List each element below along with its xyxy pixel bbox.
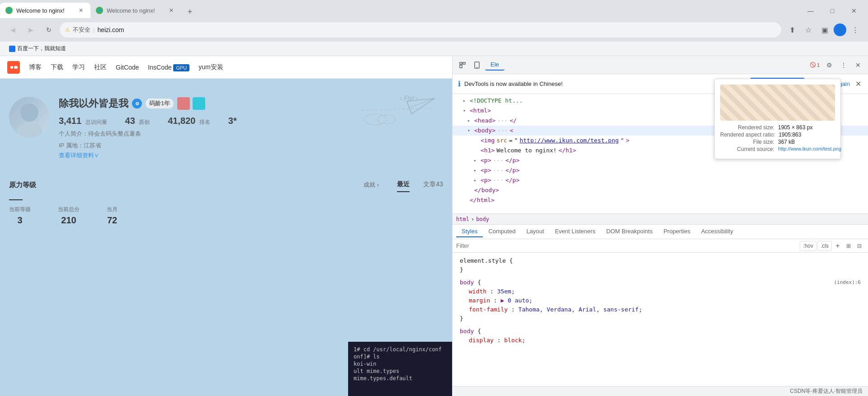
sub-stats: 当前等级 3 当前总分 210 当月 72 — [9, 206, 443, 226]
filter-actions: :hov .cls + ⊞ ⊟ — [800, 241, 864, 251]
gpu-badge: GPU — [173, 64, 189, 71]
tab-recent[interactable]: 最近 — [397, 178, 410, 192]
tab-1-favicon: 🌐 — [5, 7, 13, 14]
tooltip-image — [720, 85, 835, 121]
tab-2-title: Welcome to nginx! — [107, 7, 164, 14]
devtools-device-btn[interactable] — [471, 59, 483, 71]
url-bar[interactable]: ⚠ 不安全 | heizi.com — [60, 22, 781, 38]
stat-extra: 3* — [228, 116, 237, 126]
devtools-close-btn[interactable]: ✕ — [852, 59, 864, 71]
sidebar-icon[interactable]: ▣ — [817, 23, 832, 37]
grid-view-btn[interactable]: ⊞ — [844, 241, 854, 251]
view-more[interactable]: 查看详细资料∨ — [59, 151, 443, 160]
nav-yum[interactable]: yum安装 — [198, 63, 223, 71]
tab-accessibility[interactable]: Accessibility — [696, 226, 739, 237]
filter-input[interactable] — [456, 242, 798, 249]
hov-button[interactable]: :hov — [800, 241, 816, 251]
rendered-size-value: 1905 × 863 px — [778, 124, 812, 131]
devtools-tab-elements[interactable]: Ele — [485, 59, 505, 71]
devtools-inspect-btn[interactable] — [456, 59, 469, 71]
bookmark-icon[interactable]: ☆ — [801, 23, 816, 37]
nav-community[interactable]: 社区 — [94, 63, 107, 71]
svg-rect-11 — [460, 62, 462, 64]
reload-button[interactable]: ↻ — [42, 23, 56, 37]
bookmark-baidu[interactable]: 百度一下，我就知道 — [5, 43, 70, 54]
img-src-link[interactable]: http://www.ikun.com/test.png — [519, 136, 618, 145]
notification-close-btn[interactable]: ✕ — [854, 80, 863, 89]
filter-bar: :hov .cls + ⊞ ⊟ — [453, 239, 868, 253]
breadcrumb-body[interactable]: body — [476, 216, 489, 222]
add-rule-button[interactable]: + — [833, 241, 843, 251]
close-button[interactable]: ✕ — [844, 4, 864, 18]
tab-layout[interactable]: Layout — [521, 226, 549, 237]
svg-point-0 — [10, 66, 13, 69]
terminal-line-3: koi-win — [354, 361, 447, 367]
tab-articles[interactable]: 文章43 — [423, 178, 443, 192]
tab-2-close[interactable]: ✕ — [167, 6, 175, 14]
tab-2[interactable]: 🌐 Welcome to nginx! ✕ — [90, 3, 181, 18]
nav-learn[interactable]: 学习 — [72, 63, 85, 71]
nav-download[interactable]: 下载 — [51, 63, 63, 71]
nav-inscode[interactable]: InsCode GPU — [148, 64, 189, 71]
devtools-settings-btn[interactable]: ⚙ — [823, 59, 835, 71]
minimize-button[interactable]: — — [800, 4, 821, 18]
close-icon: ✕ — [851, 7, 857, 14]
browser-frame: 🌐 Welcome to nginx! ✕ 🌐 Welcome to nginx… — [0, 0, 868, 396]
devtools-styles-panel: Styles Computed Layout Event Listeners D… — [453, 224, 868, 396]
nav-blog[interactable]: 博客 — [29, 63, 42, 71]
section-row: 原力等级 成就 › 最近 文章43 — [9, 178, 443, 192]
cast-icon[interactable]: ⬆ — [785, 23, 799, 37]
level-title: 原力等级 — [9, 181, 36, 189]
profile-icon[interactable]: 👤 — [834, 24, 846, 36]
devtools-close-area: 🚫 1 ⚙ ⋮ ✕ — [808, 59, 864, 71]
tab-1-close[interactable]: ✕ — [77, 6, 85, 14]
tab-styles[interactable]: Styles — [456, 226, 483, 237]
breadcrumb-html[interactable]: html — [456, 216, 469, 222]
current-source-label: Current source: — [720, 146, 774, 152]
back-button[interactable]: ◀ — [5, 23, 20, 37]
list-view-btn[interactable]: ⊟ — [854, 241, 864, 251]
social-icon-1[interactable] — [177, 97, 190, 110]
current-source-url[interactable]: http://www.ikun.com/test.png — [778, 146, 841, 152]
menu-icon[interactable]: ⋮ — [848, 23, 863, 37]
image-tooltip: Rendered size: 1905 × 863 px Rendered as… — [714, 79, 841, 159]
tab-bar: 🌐 Welcome to nginx! ✕ 🌐 Welcome to nginx… — [0, 0, 868, 18]
achievements-btn[interactable]: 成就 › — [363, 181, 379, 189]
notification-info-icon: ℹ — [458, 80, 461, 88]
window-controls: — □ ✕ — [797, 4, 868, 18]
tab-1[interactable]: 🌐 Welcome to nginx! ✕ — [0, 3, 90, 18]
tab-properties[interactable]: Properties — [658, 226, 696, 237]
forward-button[interactable]: ▶ — [24, 23, 38, 37]
toolbar-icons: ⬆ ☆ ▣ 👤 ⋮ — [785, 23, 863, 37]
tooltip-source: Current source: http://www.ikun.com/test… — [720, 146, 835, 152]
tooltip-info: Rendered size: 1905 × 863 px Rendered as… — [720, 124, 835, 152]
tab-2-favicon: 🌐 — [96, 7, 103, 14]
profile-info: 除我以外皆是我 ⚙ 码龄1年 3,411 总访问量 — [59, 97, 443, 160]
tab-computed[interactable]: Computed — [483, 226, 521, 237]
devtools-error-btn[interactable]: 🚫 1 — [808, 59, 821, 71]
tab-event-listeners[interactable]: Event Listeners — [549, 226, 601, 237]
terminal-line-1: 1# cd /usr/local/nginx/conf — [354, 346, 447, 353]
html-line-p3[interactable]: ▸ <p> ··· </p> — [453, 175, 868, 185]
bio: 个人简介：待会去码头整点薯条 — [59, 130, 443, 138]
body-style-rule-2: body { display : block; — [453, 325, 868, 347]
devtools-more-btn[interactable]: ⋮ — [837, 59, 850, 71]
terminal-line-2: onf]# ls — [354, 354, 447, 360]
status-text: CSDN等·疼爱达人·智能管理员 — [790, 387, 863, 395]
html-line-html-close[interactable]: ▸ </html> — [453, 195, 868, 205]
social-icon-2[interactable] — [193, 97, 205, 110]
devtools-tabs: Ele — [485, 59, 807, 71]
cls-button[interactable]: .cls — [817, 241, 832, 251]
csdn-nav-links: 博客 下载 学习 社区 GitCode InsCode GPU yum安装 — [29, 63, 223, 71]
margin-expand[interactable]: ▶ — [500, 297, 504, 304]
csdn-logo — [7, 61, 20, 74]
html-line-p2[interactable]: ▸ <p> ··· </p> — [453, 165, 868, 175]
bookmarks-bar: 百度一下，我就知道 — [0, 42, 868, 56]
nav-gitcode[interactable]: GitCode — [116, 64, 139, 71]
new-tab-button[interactable]: + — [183, 5, 197, 18]
profile-section: 除我以外皆是我 ⚙ 码龄1年 3,411 总访问量 — [0, 79, 452, 169]
maximize-button[interactable]: □ — [822, 4, 843, 18]
html-line-body-close[interactable]: ▸ </body> — [453, 185, 868, 195]
tab-dom-breakpoints[interactable]: DOM Breakpoints — [601, 226, 658, 237]
content-tabs: 最近 文章43 — [397, 178, 443, 192]
